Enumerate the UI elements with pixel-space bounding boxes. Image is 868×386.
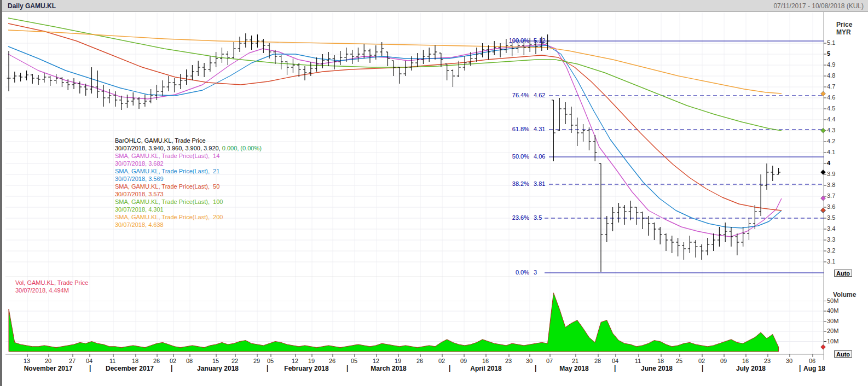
x-axis-day-tick: 29: [253, 358, 260, 364]
price-legend-line[interactable]: 30/07/2018, 3.569: [115, 175, 164, 183]
price-auto-scale-button[interactable]: Auto: [834, 270, 852, 277]
price-axis-tick: 3.6: [827, 203, 835, 210]
price-axis-tick: 3.2: [827, 247, 835, 254]
x-axis-month-label: February 2018: [284, 365, 328, 372]
x-axis-month-separator: |: [535, 364, 536, 372]
x-axis-day-tick: 09: [720, 358, 727, 364]
x-axis-day-tick: 02: [438, 358, 445, 364]
x-axis-day-tick: 23: [764, 358, 771, 364]
x-axis-day-tick: 19: [395, 358, 401, 364]
x-axis-month-label: November 2017: [24, 365, 73, 372]
volume-axis-tick: 30M: [827, 318, 838, 324]
price-legend-line[interactable]: SMA, GAMU.KL, Trade Price(Last), 200: [115, 213, 223, 221]
x-axis-day-tick: 26: [329, 358, 335, 364]
x-axis-day-tick: 05: [267, 358, 274, 364]
fib-level-label: 76.4%4.62: [495, 92, 545, 98]
x-axis-month-separator: |: [449, 364, 450, 372]
x-axis-month-label: May 2018: [559, 365, 588, 372]
x-axis-day-tick: 25: [676, 358, 682, 364]
x-axis-day-tick: 09: [460, 358, 467, 364]
price-axis-tick: 3.4: [827, 225, 835, 232]
price-legend-line[interactable]: SMA, GAMU.KL, Trade Price(Last), 50: [115, 183, 219, 190]
price-legend-line[interactable]: SMA, GAMU.KL, Trade Price(Last), 21: [115, 167, 219, 175]
price-axis-tick: 4.7: [827, 83, 835, 90]
x-axis-month-label: March 2018: [371, 365, 406, 372]
price-legend-line[interactable]: 30/07/2018, 3.682: [115, 160, 164, 167]
price-axis-tick: 5: [827, 50, 830, 57]
price-axis-tick: 3.3: [827, 236, 835, 243]
price-axis-tick: 3.7: [827, 192, 835, 199]
x-axis-month-separator: |: [171, 364, 172, 372]
x-axis-month-separator: |: [702, 364, 703, 372]
price-legend-line[interactable]: 30/07/2018, 4.638: [115, 221, 164, 229]
x-axis-day-tick: 30: [526, 358, 533, 364]
volume-axis-title: Volume: [833, 291, 856, 299]
price-legend-line[interactable]: SMA, GAMU.KL, Trade Price(Last), 14: [115, 152, 219, 160]
x-axis-day-tick: 21: [572, 358, 578, 364]
x-axis-month-label: January 2018: [197, 365, 239, 372]
x-axis-day-tick: 18: [657, 358, 664, 364]
price-axis-tick: 3.5: [827, 214, 835, 221]
price-legend-line[interactable]: 30/07/2018, 3.573: [115, 190, 164, 198]
x-axis-day-tick: 08: [186, 358, 193, 364]
x-axis-month-label: Aug 18: [803, 365, 825, 372]
price-axis-tick: 4.1: [827, 149, 835, 155]
price-axis-tick: 5.1: [827, 39, 835, 46]
x-axis-day-tick: 20: [45, 358, 51, 364]
x-axis-day-tick: 30: [786, 358, 792, 364]
x-axis-day-tick: 19: [308, 358, 315, 364]
x-axis-day-tick: 02: [170, 358, 176, 364]
fib-level-label: 100.0%5.12: [495, 37, 545, 44]
price-axis-tick: 3.9: [827, 171, 835, 177]
price-axis-tick: 4.9: [827, 61, 835, 68]
volume-axis-tick: 10M: [827, 338, 838, 344]
x-axis-day-tick: 06: [809, 358, 815, 364]
x-axis-day-tick: 11: [635, 358, 641, 364]
price-axis-tick: 4.2: [827, 138, 835, 144]
x-axis-day-tick: 12: [292, 358, 298, 364]
x-axis-month-separator: |: [614, 364, 616, 372]
price-axis-currency: MYR: [836, 28, 851, 36]
volume-legend-line[interactable]: 30/07/2018, 4.494M: [15, 286, 69, 294]
x-axis-day-tick: 11: [109, 358, 115, 364]
price-axis-tick: 3.1: [827, 258, 835, 265]
x-axis-day-tick: 16: [482, 358, 489, 364]
price-axis-title: Price: [836, 21, 852, 28]
x-axis-day-tick: 22: [232, 358, 238, 364]
x-axis-month-label: July 2018: [736, 365, 766, 372]
x-axis-day-tick: 05: [351, 358, 357, 364]
volume-axis-tick: 20M: [827, 327, 838, 334]
x-axis-month-separator: |: [346, 364, 348, 372]
x-axis-day-tick: 13: [24, 358, 30, 364]
x-axis-day-tick: 26: [416, 358, 423, 364]
fib-level-label: 0.0%3: [495, 269, 537, 276]
price-axis-tick: 4.5: [827, 105, 835, 112]
x-axis-day-tick: 28: [594, 358, 601, 364]
x-axis-day-tick: 16: [742, 358, 749, 364]
price-axis-tick: 4.4: [827, 116, 835, 122]
price-legend-line[interactable]: 30/07/2018, 4.301: [115, 206, 164, 213]
x-axis-day-tick: 04: [612, 358, 618, 364]
x-axis-day-tick: 02: [698, 358, 705, 364]
x-axis-month-separator: |: [267, 364, 268, 372]
x-axis-day-tick: 18: [132, 358, 138, 364]
volume-auto-scale-button[interactable]: Auto: [834, 350, 852, 358]
fib-level-label: 61.8%4.31: [495, 126, 545, 132]
x-axis-day-tick: 15: [212, 358, 219, 364]
x-axis-day-tick: 04: [86, 358, 92, 364]
volume-axis-tick: 40M: [827, 307, 838, 314]
x-axis-day-tick: 23: [505, 358, 512, 364]
price-axis-tick: 4.8: [827, 72, 835, 79]
fib-level-label: 23.6%3.5: [495, 214, 542, 221]
price-axis-tick: 4: [827, 160, 830, 166]
x-axis-day-tick: 26: [153, 358, 160, 364]
price-legend-line[interactable]: SMA, GAMU.KL, Trade Price(Last), 100: [115, 198, 223, 206]
price-legend-line[interactable]: BarOHLC, GAMU.KL, Trade Price: [115, 137, 206, 144]
x-axis-month-label: December 2017: [106, 365, 154, 372]
fib-level-label: 50.0%4.06: [495, 153, 545, 160]
price-axis-tick: 4.6: [827, 94, 835, 101]
x-axis-day-tick: 07: [546, 358, 553, 364]
volume-legend-line[interactable]: Vol, GAMU.KL, Trade Price: [15, 279, 88, 286]
x-axis-month-label: June 2018: [641, 365, 673, 372]
price-legend-line[interactable]: 30/07/2018, 3.940, 3.960, 3.900, 3.920, …: [115, 144, 262, 152]
